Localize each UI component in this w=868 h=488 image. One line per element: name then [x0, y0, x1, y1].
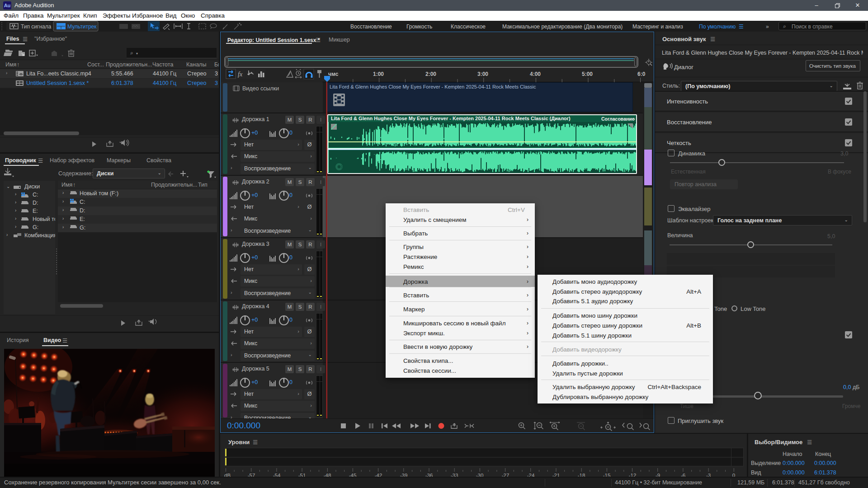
svg-text:fx: fx	[238, 71, 243, 78]
